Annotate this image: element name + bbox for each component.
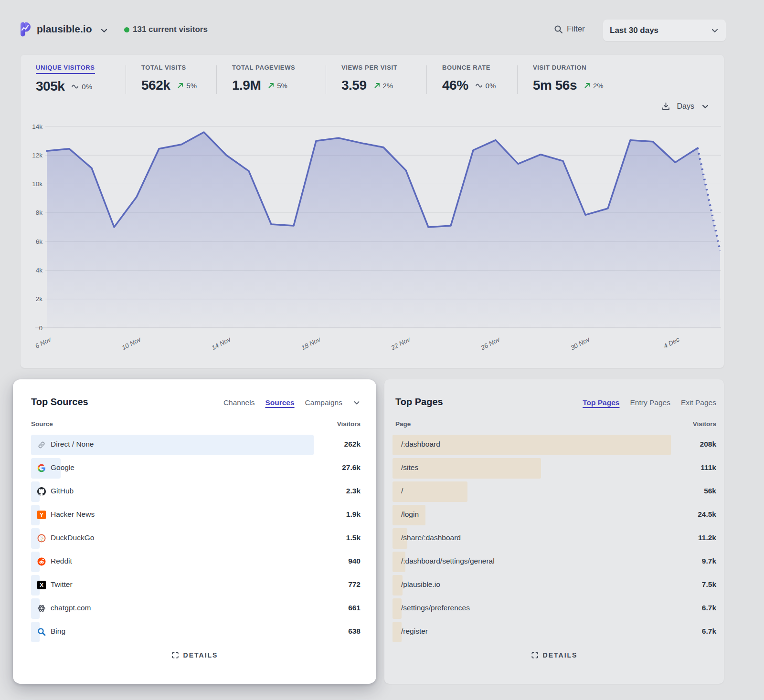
page-path[interactable]: /settings/preferences xyxy=(401,604,470,612)
svg-text:22 Nov: 22 Nov xyxy=(390,335,412,352)
source-name[interactable]: Hacker News xyxy=(51,510,95,519)
svg-text:4 Dec: 4 Dec xyxy=(662,335,680,350)
stat-unique-visitors[interactable]: UNIQUE VISITORS305k0% xyxy=(36,63,95,94)
page-row: /login24.5k xyxy=(384,503,724,527)
page-path[interactable]: /login xyxy=(401,510,419,519)
stat-change: 0% xyxy=(82,83,92,91)
stat-bounce-rate[interactable]: BOUNCE RATE46%0% xyxy=(442,63,496,93)
source-name[interactable]: DuckDuckGo xyxy=(51,533,94,542)
page-row: /register6.7k xyxy=(384,620,724,644)
source-name[interactable]: Direct / None xyxy=(51,440,94,449)
svg-text:6 Nov: 6 Nov xyxy=(34,335,53,350)
page-path[interactable]: /:dashboard xyxy=(401,440,440,449)
svg-text:12k: 12k xyxy=(32,152,42,159)
tab-exit-pages[interactable]: Exit Pages xyxy=(681,398,716,407)
source-name[interactable]: Twitter xyxy=(51,580,73,589)
stat-label: VISIT DURATION xyxy=(533,64,586,73)
visitors-count: 6.7k xyxy=(702,627,716,636)
chevron-down-icon[interactable] xyxy=(100,26,108,35)
interval-select[interactable]: Days xyxy=(677,102,694,111)
pages-details-button[interactable]: DETAILS xyxy=(531,651,578,659)
source-row: GitHub2.3k xyxy=(13,480,376,503)
source-row: YHacker News1.9k xyxy=(13,503,376,527)
tab-entry-pages[interactable]: Entry Pages xyxy=(630,398,670,407)
page-path[interactable]: / xyxy=(401,487,403,495)
twitter-icon: X xyxy=(37,581,46,589)
tab-campaigns[interactable]: Campaigns xyxy=(305,398,342,407)
stat-change: 2% xyxy=(593,82,604,90)
bing-icon xyxy=(37,627,46,636)
top-pages-panel: Top Pages Top PagesEntry PagesExit Pages… xyxy=(384,379,724,684)
github-icon xyxy=(37,487,46,496)
download-icon[interactable] xyxy=(661,102,670,111)
visitors-count: 208k xyxy=(700,440,716,449)
page-path[interactable]: /share/:dashboard xyxy=(401,533,461,542)
stat-value: 46% xyxy=(442,78,468,93)
tab-top-pages[interactable]: Top Pages xyxy=(583,398,619,407)
sources-details-button[interactable]: DETAILS xyxy=(171,651,218,659)
trend-flat-icon xyxy=(71,83,80,90)
reddit-icon xyxy=(37,557,46,566)
duckduckgo-icon xyxy=(37,534,46,543)
svg-text:30 Nov: 30 Nov xyxy=(570,335,592,352)
top-sources-panel: Top Sources ChannelsSourcesCampaigns Sou… xyxy=(13,379,376,684)
stat-visit-duration[interactable]: VISIT DURATION5m 56s2% xyxy=(533,63,604,93)
source-name[interactable]: chatgpt.com xyxy=(51,604,91,612)
page-path[interactable]: /:dashboard/settings/general xyxy=(401,557,495,565)
visitors-count: 1.9k xyxy=(346,510,361,519)
panel-title: Top Sources xyxy=(31,397,88,407)
expand-icon xyxy=(531,651,539,659)
page-path[interactable]: /plausible.io xyxy=(401,580,440,589)
trend-up-icon xyxy=(177,82,184,89)
source-name[interactable]: Bing xyxy=(51,627,65,636)
stat-total-pageviews[interactable]: TOTAL PAGEVIEWS1.9M5% xyxy=(232,63,295,93)
source-row: XTwitter772 xyxy=(13,574,376,597)
details-label: DETAILS xyxy=(183,651,218,659)
visitors-count: 9.7k xyxy=(702,557,716,565)
page-row: /sites111k xyxy=(384,457,724,480)
svg-text:0: 0 xyxy=(39,324,42,332)
svg-text:14k: 14k xyxy=(32,123,42,130)
visitors-count: 262k xyxy=(344,440,361,449)
proportion-bar xyxy=(393,481,467,502)
page-row: /:dashboard208k xyxy=(384,433,724,457)
trend-up-icon xyxy=(373,82,381,89)
chevron-down-icon[interactable] xyxy=(353,399,361,407)
stat-value: 1.9M xyxy=(232,78,261,93)
chevron-down-icon[interactable] xyxy=(701,102,710,111)
source-name[interactable]: Google xyxy=(51,463,74,472)
source-name[interactable]: GitHub xyxy=(51,487,74,495)
column-header: Visitors xyxy=(337,420,361,428)
stat-views-per-visit[interactable]: VIEWS PER VISIT3.592% xyxy=(341,63,397,93)
page-path[interactable]: /sites xyxy=(401,463,418,472)
tab-sources[interactable]: Sources xyxy=(265,398,294,407)
date-range-select[interactable]: Last 30 days xyxy=(603,20,726,41)
trend-flat-icon xyxy=(475,82,484,89)
chevron-down-icon xyxy=(711,26,719,35)
visitors-count: 940 xyxy=(348,557,361,565)
details-label: DETAILS xyxy=(543,651,578,659)
filter-button[interactable]: Filter xyxy=(554,24,585,34)
source-name[interactable]: Reddit xyxy=(51,557,72,565)
page-row: /share/:dashboard11.2k xyxy=(384,527,724,550)
visitors-area-chart[interactable]: 14k12k10k8k6k4k2k06 Nov10 Nov14 Nov18 No… xyxy=(21,118,724,362)
stat-change: 5% xyxy=(277,82,287,90)
current-visitors[interactable]: 131 current visitors xyxy=(133,25,208,34)
link-icon xyxy=(37,440,46,449)
search-icon xyxy=(554,25,563,34)
source-row: chatgpt.com661 xyxy=(13,597,376,620)
source-row: Reddit940 xyxy=(13,550,376,574)
svg-text:10k: 10k xyxy=(32,180,42,188)
stat-label: BOUNCE RATE xyxy=(442,64,490,73)
divider xyxy=(126,65,126,94)
page-path[interactable]: /register xyxy=(401,627,428,636)
svg-text:26 Nov: 26 Nov xyxy=(479,335,502,352)
stat-label: TOTAL PAGEVIEWS xyxy=(232,64,295,73)
hackernews-icon: Y xyxy=(37,511,46,519)
stat-total-visits[interactable]: TOTAL VISITS562k5% xyxy=(141,63,197,93)
plausible-logo-icon xyxy=(19,22,32,37)
visitors-chart[interactable]: 14k12k10k8k6k4k2k06 Nov10 Nov14 Nov18 No… xyxy=(21,118,724,362)
expand-icon xyxy=(171,651,179,659)
tab-channels[interactable]: Channels xyxy=(223,398,255,407)
site-name[interactable]: plausible.io xyxy=(37,23,92,35)
